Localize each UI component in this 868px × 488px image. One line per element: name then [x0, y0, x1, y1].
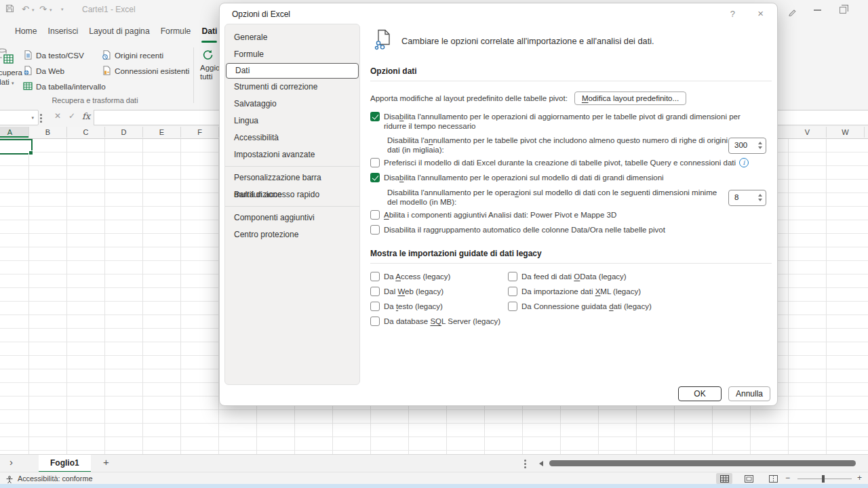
zoom-slider-thumb[interactable] — [822, 475, 825, 483]
name-box-dropdown-icon[interactable]: ▾ — [31, 115, 34, 121]
redo-icon[interactable]: ↷ — [39, 4, 47, 15]
view-page-break-icon[interactable] — [765, 473, 781, 484]
close-icon[interactable]: × — [757, 7, 764, 19]
column-header-d[interactable]: D — [105, 127, 143, 138]
ribbon-item-da-testo-csv[interactable]: Da testo/CSV — [23, 47, 106, 62]
ribbon-tab-inserisci[interactable]: Inserisci — [43, 19, 84, 45]
formula-bar-handle[interactable] — [40, 113, 42, 124]
checkbox-unchecked-icon[interactable] — [370, 287, 380, 296]
column-header-e[interactable]: E — [143, 127, 181, 138]
checkbox-option-row[interactable]: Disabilita il raggruppamento automatico … — [370, 226, 772, 235]
customize-qat-icon[interactable]: ▾ — [61, 7, 64, 12]
checkbox-option-row[interactable]: Disabilita l'annullamento per le operazi… — [370, 113, 772, 131]
horizontal-scrollbar-thumb[interactable] — [549, 460, 856, 466]
edit-default-layout-button[interactable]: Modifica layout predefinito... — [574, 92, 686, 105]
scroll-left-icon[interactable] — [539, 461, 543, 466]
nav-item-personalizzazione-barra-multifunzione[interactable]: Personalizzazione barra multifunzione — [225, 169, 359, 186]
checkbox-option-row[interactable]: Disabilita l'annullamento per le operazi… — [370, 174, 772, 183]
legacy-checkbox-row[interactable]: Da database SQL Server (legacy) — [370, 317, 508, 327]
column-header-w[interactable]: W — [827, 127, 865, 138]
checkbox-unchecked-icon[interactable] — [370, 302, 380, 311]
checkbox-option-row[interactable]: Abilita i componenti aggiuntivi Analisi … — [370, 211, 772, 220]
restore-icon[interactable] — [840, 7, 846, 14]
undo-dropdown-icon[interactable]: ▾ — [32, 7, 35, 13]
spinner-input[interactable]: 300 — [728, 138, 766, 154]
nav-item-accessibilit-[interactable]: Accessibilità — [225, 129, 359, 146]
ink-pen-icon[interactable] — [788, 7, 797, 19]
checkbox-unchecked-icon[interactable] — [370, 210, 380, 220]
confirm-entry-icon[interactable]: ✓ — [68, 111, 75, 121]
cancel-entry-icon[interactable]: ✕ — [54, 111, 61, 121]
legacy-checkbox-row[interactable]: Da Access (legacy) — [370, 272, 508, 282]
nav-item-generale[interactable]: Generale — [225, 29, 359, 46]
legacy-checkbox-row[interactable]: Da feed di dati OData (legacy) — [508, 272, 652, 282]
nav-item-impostazioni-avanzate[interactable]: Impostazioni avanzate — [225, 146, 359, 163]
nav-item-salvataggio[interactable]: Salvataggio — [225, 96, 359, 113]
ribbon-tab-home[interactable]: Home — [9, 19, 43, 45]
checkbox-unchecked-icon[interactable] — [370, 225, 380, 235]
checkbox-unchecked-icon[interactable] — [370, 158, 380, 167]
zoom-out-icon[interactable]: − — [785, 473, 790, 483]
column-header-c[interactable]: C — [67, 127, 105, 138]
nav-item-centro-protezione[interactable]: Centro protezione — [225, 226, 359, 243]
nav-item-componenti-aggiuntivi[interactable]: Componenti aggiuntivi — [225, 209, 359, 226]
checkbox-checked-icon[interactable] — [370, 173, 380, 182]
legacy-option-label: Da Access (legacy) — [384, 272, 450, 282]
ribbon-tab-layout-di-pagina[interactable]: Layout di pagina — [83, 19, 155, 45]
help-icon[interactable]: ? — [730, 9, 735, 19]
taskbar-edge — [0, 484, 868, 488]
ribbon-item-connessioni-esistenti[interactable]: Connessioni esistenti — [102, 63, 189, 78]
sheet-options-icon[interactable] — [524, 458, 526, 470]
checkbox-unchecked-icon[interactable] — [370, 317, 380, 326]
nav-item-lingua[interactable]: Lingua — [225, 113, 359, 129]
ribbon-item-da-tabella-intervallo[interactable]: Da tabella/intervallo — [23, 79, 106, 94]
save-icon[interactable] — [5, 4, 14, 16]
column-header-v[interactable]: V — [789, 127, 827, 138]
legacy-checkbox-row[interactable]: Dal Web (legacy) — [370, 287, 508, 297]
spinner-option-row: Disabilita l'annullamento per le operazi… — [370, 188, 772, 207]
get-data-label-line1: Recupera — [0, 68, 22, 77]
dialog-intro-text: Cambiare le opzioni correlate all'import… — [401, 36, 654, 46]
checkbox-option-row[interactable]: Preferisci il modello di dati Excel dura… — [370, 159, 772, 168]
ribbon-tab-formule[interactable]: Formule — [155, 19, 197, 45]
ribbon-item-da-web[interactable]: Da Web — [23, 63, 106, 78]
selected-cell-a1[interactable] — [0, 139, 33, 155]
checkbox-unchecked-icon[interactable] — [370, 272, 380, 281]
nav-item-strumenti-di-correzione[interactable]: Strumenti di correzione — [225, 79, 359, 96]
spinner-arrows-icon[interactable] — [758, 192, 762, 203]
add-sheet-button[interactable]: + — [103, 456, 109, 468]
legacy-checkbox-row[interactable]: Da Connessione guidata dati (legacy) — [508, 302, 652, 312]
nav-item-formule[interactable]: Formule — [225, 46, 359, 63]
sheet-tab-foglio1[interactable]: Foglio1 — [39, 455, 91, 472]
spinner-arrows-icon[interactable] — [758, 140, 762, 151]
legacy-checkbox-row[interactable]: Da testo (legacy) — [370, 302, 508, 312]
spinner-input[interactable]: 8 — [728, 190, 766, 206]
legacy-option-label: Da importazione dati XML (legacy) — [521, 287, 641, 297]
nav-item-barra-di-accesso-rapido[interactable]: Barra di accesso rapido — [225, 186, 359, 203]
column-header-b[interactable]: B — [29, 127, 67, 138]
checkbox-unchecked-icon[interactable] — [508, 272, 517, 281]
checkbox-unchecked-icon[interactable] — [508, 302, 517, 311]
redo-dropdown-icon[interactable]: ▾ — [50, 7, 52, 13]
cancel-button[interactable]: Annulla — [728, 386, 770, 401]
name-box[interactable]: ▾ — [0, 110, 39, 125]
zoom-in-icon[interactable]: + — [857, 473, 862, 483]
column-header-f[interactable]: F — [181, 127, 219, 138]
checkbox-checked-icon[interactable] — [370, 112, 380, 121]
checkbox-unchecked-icon[interactable] — [508, 287, 517, 296]
legacy-checkbox-row[interactable]: Da importazione dati XML (legacy) — [508, 287, 652, 297]
minimize-icon[interactable] — [814, 9, 821, 11]
zoom-slider-track[interactable] — [797, 479, 852, 479]
ok-button[interactable]: OK — [678, 386, 722, 401]
ribbon-item-origini-recenti[interactable]: Origini recenti — [102, 47, 189, 62]
sheet-nav-chevron-icon[interactable]: › — [9, 456, 13, 468]
view-normal-icon[interactable] — [716, 473, 732, 484]
undo-icon[interactable]: ↶ — [22, 4, 29, 15]
spinner-value: 8 — [734, 193, 738, 203]
view-page-layout-icon[interactable] — [741, 473, 757, 484]
column-header-a[interactable]: A — [0, 127, 29, 138]
nav-item-dati[interactable]: Dati — [226, 63, 359, 79]
info-icon[interactable]: i — [739, 158, 749, 167]
section-title-legacy: Mostra le importazioni guidate di dati l… — [370, 249, 772, 258]
insert-function-icon[interactable]: fx — [82, 111, 90, 121]
